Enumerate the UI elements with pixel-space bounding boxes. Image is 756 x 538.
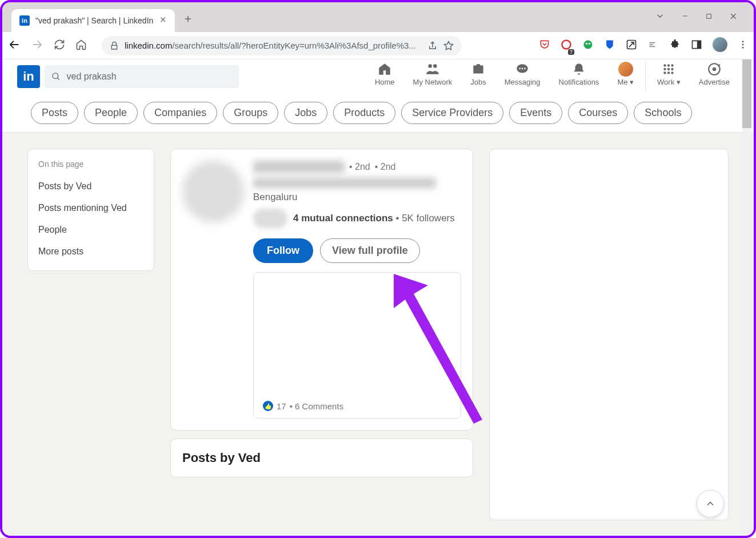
post-stats: 17 • 6 Comments [263,401,343,411]
svg-point-19 [667,64,670,66]
tab-title: "ved prakash" | Search | LinkedIn [35,16,153,25]
svg-point-28 [713,67,717,71]
filter-products[interactable]: Products [333,102,395,124]
nav-messaging[interactable]: Messaging [495,62,550,91]
page-body: On this page Posts by Ved Posts mentioni… [2,133,754,535]
reload-button[interactable] [54,39,65,53]
profile-photo[interactable] [182,161,244,222]
home-button[interactable] [75,39,87,53]
filter-groups[interactable]: Groups [223,102,278,124]
nav-notifications[interactable]: Notifications [550,62,609,91]
filter-courses[interactable]: Courses [568,102,628,124]
scroll-up-button[interactable] [697,490,724,517]
scrollbar-thumb[interactable] [742,59,751,128]
filter-service-providers[interactable]: Service Providers [401,102,503,124]
on-this-page-card: On this page Posts by Ved Posts mentioni… [27,149,154,271]
linkedin-search-box[interactable] [45,65,239,88]
svg-point-16 [522,68,523,70]
filter-companies[interactable]: Companies [143,102,217,124]
messaging-icon [515,62,530,77]
new-tab-button[interactable] [183,14,193,26]
mutual-avatars [253,209,287,228]
svg-point-24 [664,71,666,74]
window-controls [655,2,749,32]
comment-count: • 6 Comments [290,401,343,411]
svg-point-10 [742,46,744,48]
address-bar[interactable]: linkedin.com/search/results/all/?heroEnt… [102,36,462,55]
follow-button[interactable]: Follow [253,238,313,263]
browser-titlebar: in "ved prakash" | Search | LinkedIn [2,2,754,32]
nav-advertise[interactable]: Advertise [690,62,739,91]
me-avatar [618,62,633,77]
svg-point-23 [671,68,674,70]
bitwarden-icon[interactable] [604,39,615,53]
sidebar-link-posts-mentioning[interactable]: Posts mentioning Ved [38,197,143,219]
svg-point-22 [667,68,670,70]
star-icon[interactable] [443,41,454,51]
sidepanel-icon[interactable] [691,39,702,53]
svg-point-25 [667,71,670,74]
close-tab-icon[interactable] [159,15,167,26]
svg-rect-0 [707,14,711,19]
svg-point-1 [562,40,571,49]
mutual-text: 4 mutual connections • 5K followers [293,213,455,224]
filter-people[interactable]: People [84,102,138,124]
extension-icon-2[interactable] [626,39,637,53]
nav-work[interactable]: Work ▾ [648,62,690,91]
filter-events[interactable]: Events [509,102,562,124]
connection-degree: • 2nd [349,162,370,172]
filter-jobs[interactable]: Jobs [284,102,327,124]
forward-button[interactable] [31,38,43,53]
extensions-puzzle-icon[interactable] [669,39,681,53]
extension-icon-3[interactable] [647,39,659,53]
pocket-icon[interactable] [539,39,550,53]
sidebar-link-posts-by[interactable]: Posts by Ved [38,176,143,197]
browser-tab[interactable]: in "ved prakash" | Search | LinkedIn [11,9,175,32]
right-sidebar-card [489,149,729,520]
target-icon [707,62,722,77]
nav-network[interactable]: My Network [404,62,462,91]
svg-point-11 [53,73,58,79]
profile-name-blurred[interactable] [253,161,345,173]
sidebar-link-more-posts[interactable]: More posts [38,241,143,262]
view-full-profile-button[interactable]: View full profile [320,238,420,263]
search-input[interactable] [66,71,232,82]
url-text: linkedin.com/search/results/all/?heroEnt… [125,41,422,50]
profile-result-card: • 2nd • 2nd Bengaluru 4 mutual connectio… [170,149,473,431]
sidebar-heading: On this page [38,160,143,169]
maximize-icon[interactable] [705,12,713,22]
like-count: 17 [277,401,286,411]
linkedin-logo[interactable]: in [17,65,40,88]
svg-point-20 [671,64,674,66]
svg-point-4 [589,42,590,44]
chevron-down-icon[interactable] [655,11,665,23]
scrollbar[interactable] [742,59,751,533]
svg-point-2 [584,40,593,49]
bell-icon [571,62,586,77]
back-button[interactable] [8,38,21,53]
nav-me[interactable]: Me ▾ [608,62,643,91]
linkedin-header: in Home My Network Jobs Messaging Notifi… [2,59,754,94]
nav-jobs[interactable]: Jobs [461,62,495,91]
profile-avatar[interactable] [713,37,727,54]
minimize-icon[interactable] [681,12,689,22]
close-window-icon[interactable] [729,11,738,23]
nav-home[interactable]: Home [366,62,404,91]
share-icon[interactable] [427,41,438,51]
menu-icon[interactable] [738,39,748,52]
briefcase-icon [471,62,486,77]
post-preview[interactable]: 17 • 6 Comments [253,272,461,419]
sidebar-link-people[interactable]: People [38,219,143,241]
lock-icon [110,41,119,50]
opera-icon[interactable]: 7 [561,39,572,53]
filter-posts[interactable]: Posts [31,102,78,124]
filter-schools[interactable]: Schools [634,102,692,124]
profile-headline-blurred [253,178,436,188]
svg-point-17 [524,68,526,70]
svg-point-13 [433,64,437,68]
extension-icon-1[interactable] [582,39,594,53]
posts-section-title: Posts by Ved [182,451,461,465]
extensions-area: 7 [539,37,748,54]
nav-separator [645,62,646,91]
svg-point-15 [519,68,521,70]
